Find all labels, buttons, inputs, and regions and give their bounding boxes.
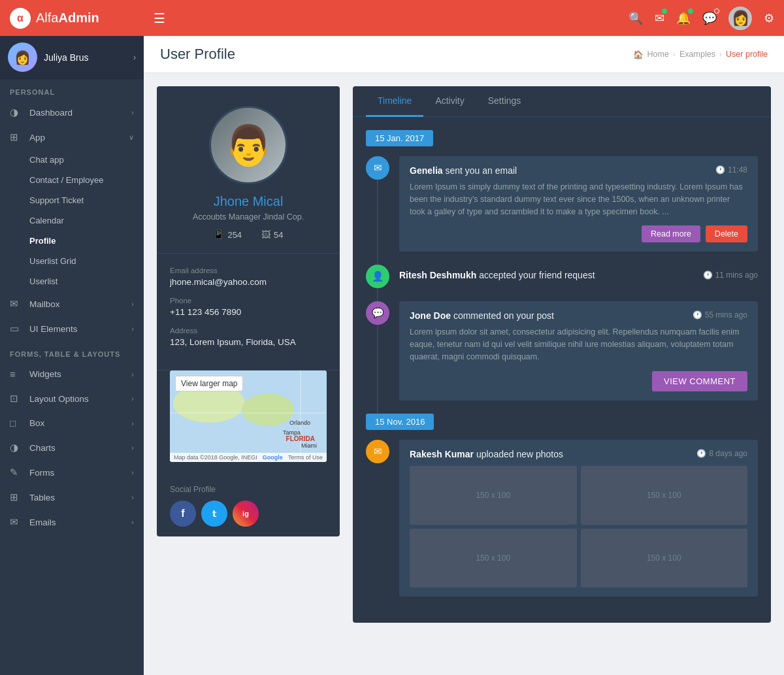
widgets-icon: ≡: [10, 369, 23, 380]
tab-timeline[interactable]: Timeline: [366, 86, 423, 117]
map-view-larger-button[interactable]: View larger map: [175, 376, 243, 391]
sidebar-item-tables[interactable]: ⊞ Tables ›: [0, 485, 144, 510]
mailbox-icon: ✉: [10, 298, 23, 310]
sidebar-item-emails[interactable]: ✉ Emails ›: [0, 510, 144, 535]
timeline-photos-header: Rakesh Kumar uploaded new photos 🕐 8 day…: [410, 449, 747, 459]
timeline-dot-comment: 💬: [366, 301, 389, 325]
sidebar-label-tables: Tables: [29, 493, 55, 502]
page-title: User Profile: [160, 46, 235, 63]
timeline-card-email-header: Genelia sent you an email 🕐 11:48: [410, 165, 747, 176]
timeline-card-comment: Jone Doe commented on your post 🕐 55 min…: [399, 301, 758, 400]
timeline-comment-time: 🕐 55 mins ago: [693, 310, 747, 320]
tables-icon: ⊞: [10, 491, 23, 503]
photo-2: 150 x 100: [581, 466, 748, 525]
facebook-button[interactable]: f: [170, 501, 196, 527]
charts-arrow: ›: [131, 444, 134, 452]
emails-arrow: ›: [131, 518, 134, 526]
sidebar-item-forms[interactable]: ✎ Forms ›: [0, 460, 144, 485]
timeline-photos-author: Rakesh Kumar: [410, 449, 474, 459]
charts-icon: ◑: [10, 442, 23, 453]
phone-row: Phone +11 123 456 7890: [170, 297, 327, 317]
sidebar-item-contact-employee[interactable]: Contact / Employee: [0, 170, 144, 190]
sidebar-label-emails: Emails: [29, 518, 56, 527]
clock-icon-3: 🕐: [693, 310, 702, 320]
timeline-friend-time: 🕐 11 mins ago: [703, 271, 758, 280]
breadcrumb-current: User profile: [726, 50, 768, 59]
breadcrumb: 🏠 Home › Examples › User profile: [633, 50, 768, 59]
profile-title: Accoubts Manager Jindal Cop.: [193, 212, 304, 222]
sidebar-item-userlist-grid[interactable]: Userlist Grid: [0, 251, 144, 271]
user-panel[interactable]: 👩 Juliya Brus ›: [0, 36, 144, 79]
view-comment-button[interactable]: VIEW COMMENT: [652, 371, 747, 391]
timeline-dot-friend: 👤: [366, 265, 389, 288]
sidebar-item-app[interactable]: ⊞ App ∨: [0, 125, 144, 150]
timeline-comment-author: Jone Doe: [410, 310, 451, 321]
sidebar-label-forms: Forms: [29, 468, 54, 478]
profile-avatar: 👨: [209, 106, 287, 184]
following-stat: 🖼 54: [261, 229, 283, 240]
dashboard-arrow: ›: [131, 108, 134, 116]
bell-nav-icon[interactable]: 🔔: [676, 11, 691, 25]
chat-nav-icon[interactable]: 💬: [702, 11, 717, 25]
timeline-item-photos: ✉ Rakesh Kumar uploaded new photos 🕐 8 d…: [366, 440, 758, 597]
layout-icon: ⊡: [10, 393, 23, 404]
sidebar-item-profile[interactable]: Profile: [0, 231, 144, 251]
timeline-tabs: Timeline Activity Settings: [353, 86, 771, 117]
box-arrow: ›: [131, 420, 134, 427]
content-body: 👨 Jhone Mical Accoubts Manager Jindal Co…: [144, 73, 784, 636]
settings-nav-icon[interactable]: ⚙: [764, 11, 774, 25]
profile-card: 👨 Jhone Mical Accoubts Manager Jindal Co…: [157, 86, 340, 536]
sidebar-item-charts[interactable]: ◑ Charts ›: [0, 435, 144, 460]
sidebar-item-ui-elements[interactable]: ▭ UI Elements ›: [0, 316, 144, 341]
mail-badge: [662, 8, 667, 14]
sidebar-item-box[interactable]: □ Box ›: [0, 411, 144, 435]
dashboard-icon: ◑: [10, 107, 23, 118]
instagram-button[interactable]: ig: [233, 501, 259, 527]
sidebar-item-widgets[interactable]: ≡ Widgets ›: [0, 362, 144, 386]
clock-icon-4: 🕐: [696, 449, 706, 458]
timeline-email-body: Lorem Ipsum is simply dummy text of the …: [410, 181, 747, 218]
sidebar-item-chat-app[interactable]: Chat app: [0, 150, 144, 170]
twitter-button[interactable]: 𝕥: [201, 501, 227, 527]
timeline-friend-action: accepted your friend request: [476, 270, 595, 280]
map-city-orlando: Orlando: [289, 420, 310, 426]
box-icon: □: [10, 418, 23, 429]
sidebar-label-dashboard: Dashboard: [29, 108, 73, 118]
photo-1: 150 x 100: [410, 466, 577, 525]
map-data-label: Map data ©2018 Google, INEGI: [174, 454, 257, 461]
mail-nav-icon[interactable]: ✉: [655, 11, 664, 25]
profile-name: Jhone Mical: [214, 194, 284, 209]
sidebar-section-forms: FORMS, TABLE & LAYOUTS: [0, 341, 144, 362]
tab-settings[interactable]: Settings: [476, 86, 533, 117]
social-section: Social Profile f 𝕥 ig: [157, 475, 340, 536]
sidebar-item-userlist[interactable]: Userlist: [0, 271, 144, 291]
timeline-email-title: Genelia sent you an email: [410, 165, 517, 176]
logo-icon: α: [10, 8, 31, 29]
sidebar-item-mailbox[interactable]: ✉ Mailbox ›: [0, 291, 144, 316]
profile-card-info: Email address jhone.mical@yahoo.com Phon…: [157, 254, 340, 370]
timeline-comment-title: Jone Doe commented on your post: [410, 310, 554, 321]
user-avatar-nav[interactable]: 👩: [728, 7, 752, 30]
timeline-friend-author: Ritesh Deshmukh: [399, 270, 476, 280]
hamburger-icon[interactable]: ☰: [154, 10, 165, 26]
read-more-button[interactable]: Read more: [642, 225, 700, 242]
sidebar-item-calendar[interactable]: Calendar: [0, 210, 144, 231]
breadcrumb-section[interactable]: Examples: [679, 50, 715, 59]
social-icons: f 𝕥 ig: [170, 501, 327, 527]
sidebar-item-support-ticket[interactable]: Support Ticket: [0, 190, 144, 210]
sidebar-label-ui-elements: UI Elements: [29, 324, 78, 334]
clock-icon-1: 🕐: [715, 165, 725, 174]
sidebar-item-dashboard[interactable]: ◑ Dashboard ›: [0, 100, 144, 125]
breadcrumb-home[interactable]: Home: [647, 50, 669, 59]
sidebar-item-layout-options[interactable]: ⊡ Layout Options ›: [0, 386, 144, 411]
date-badge-1: 15 Jan. 2017: [366, 130, 433, 146]
delete-button[interactable]: Delete: [706, 225, 747, 242]
map-container: View larger map FLORIDA Orlando Tampa Mi…: [170, 370, 327, 462]
tab-activity[interactable]: Activity: [423, 86, 476, 117]
widgets-arrow: ›: [131, 370, 134, 378]
sidebar-label-charts: Charts: [29, 443, 56, 453]
followers-icon: 📱: [213, 229, 224, 240]
address-value: 123, Lorem Ipsum, Florida, USA: [170, 337, 327, 347]
search-nav-icon[interactable]: 🔍: [629, 11, 643, 25]
navbar-right: ☰ 🔍 ✉ 🔔 💬 👩 ⚙: [154, 7, 774, 30]
